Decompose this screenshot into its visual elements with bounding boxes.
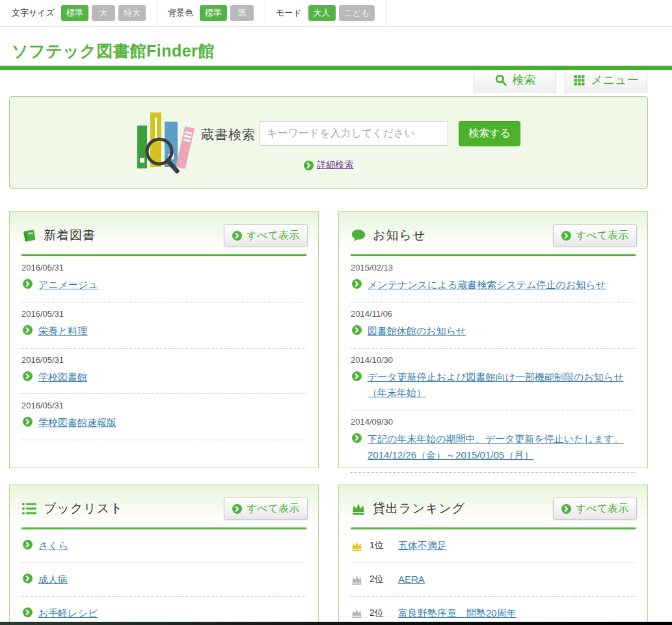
- crown-silver-icon: [351, 607, 363, 619]
- font-size-xlarge-button[interactable]: 特大: [118, 5, 146, 21]
- header-menu-tab-label: メニュー: [591, 72, 638, 88]
- item-link[interactable]: さくら: [38, 538, 68, 554]
- item-link[interactable]: 図書館休館のお知らせ: [368, 323, 466, 339]
- bg-color-normal-button[interactable]: 標準: [200, 5, 227, 21]
- toolbar-divider: [265, 0, 265, 27]
- booklist-panel: ブックリスト すべて表示 さくら 成人病 お手軽レシピ: [9, 485, 319, 625]
- item-date: 2015/02/13: [351, 263, 636, 273]
- arrow-circle-icon: [232, 504, 242, 514]
- header-search-tab[interactable]: 検索: [474, 66, 556, 93]
- list-item: 2016/05/31 栄養と料理: [21, 302, 306, 349]
- item-link[interactable]: メンテナンスによる蔵書検索システム停止のお知らせ: [368, 277, 606, 293]
- header-search-tab-label: 検索: [513, 72, 536, 88]
- catalog-search-label: 蔵書検索: [201, 126, 256, 144]
- list-item: さくら: [21, 529, 306, 563]
- catalog-search-submit-button[interactable]: 検索する: [459, 121, 520, 146]
- list-item: 2014/11/06 図書館休館のお知らせ: [351, 302, 636, 349]
- panel-title: お知らせ: [373, 227, 553, 244]
- list-item: 2016/05/31 アニメージュ: [21, 256, 306, 302]
- panel-title: 新着図書: [44, 227, 224, 244]
- item-link[interactable]: AERA: [398, 572, 425, 588]
- panel-title: ブックリスト: [44, 500, 224, 517]
- arrow-circle-icon: [23, 371, 33, 381]
- arrow-circle-icon: [23, 574, 33, 583]
- item-date: 2014/10/30: [351, 355, 636, 365]
- arrow-circle-icon: [561, 504, 571, 514]
- accessibility-toolbar: 文字サイズ 標準 大 特大 背景色 標準 黒 モード 大人 こども: [0, 0, 672, 27]
- page: 文字サイズ 標準 大 特大 背景色 標準 黒 モード 大人 こども ソフテック図…: [0, 0, 672, 625]
- list-item: 2015/02/13 メンテナンスによる蔵書検索システム停止のお知らせ: [351, 256, 636, 302]
- item-link[interactable]: 五体不満足: [398, 538, 447, 554]
- rank-label: 2位: [370, 607, 392, 619]
- arrow-circle-icon: [561, 231, 571, 241]
- bg-color-label: 背景色: [168, 7, 193, 19]
- item-link[interactable]: データ更新停止および図書館向け一部機能制限のお知らせ（年末年始）: [368, 369, 636, 402]
- search-icon: [494, 73, 507, 86]
- rank-label: 2位: [370, 574, 392, 585]
- list-item: 成人病: [21, 563, 306, 597]
- ranking-row: 1位 五体不満足: [351, 529, 636, 563]
- list-icon: [21, 501, 37, 516]
- catalog-search-section: 蔵書検索 検索する 詳細検索: [9, 96, 648, 189]
- item-date: 2016/05/31: [21, 355, 306, 365]
- font-size-normal-button[interactable]: 標準: [61, 5, 88, 21]
- item-date: 2016/05/31: [21, 309, 306, 319]
- arrow-circle-icon: [23, 279, 33, 289]
- mode-kids-button[interactable]: こども: [339, 5, 375, 21]
- arrow-circle-icon: [352, 433, 362, 443]
- arrow-circle-icon: [23, 540, 33, 550]
- item-link[interactable]: 栄養と料理: [38, 323, 87, 339]
- header-accent-bar: [0, 66, 672, 70]
- grid-menu-icon: [573, 74, 585, 86]
- new-books-panel: 新着図書 すべて表示 2016/05/31 アニメージュ 2016/05/31 …: [9, 211, 319, 468]
- booklist-show-all-button[interactable]: すべて表示: [224, 498, 308, 520]
- new-books-show-all-button[interactable]: すべて表示: [224, 224, 308, 246]
- arrow-circle-icon: [23, 607, 33, 617]
- item-date: 2016/05/31: [21, 401, 306, 410]
- site-title: ソフテック図書館Finder館: [12, 40, 215, 62]
- book-icon: [21, 228, 37, 243]
- item-date: 2016/05/31: [21, 263, 306, 273]
- arrow-circle-icon: [23, 325, 33, 335]
- toolbar-divider: [157, 0, 157, 27]
- ranking-show-all-button[interactable]: すべて表示: [553, 498, 637, 520]
- item-link[interactable]: 富良野塾序章 開塾20周年: [398, 605, 517, 622]
- font-size-label: 文字サイズ: [12, 7, 55, 19]
- arrow-circle-icon: [23, 417, 33, 427]
- item-date: 2014/11/06: [351, 309, 636, 319]
- catalog-search-input[interactable]: [260, 121, 448, 146]
- item-date: 2014/09/30: [351, 417, 636, 427]
- list-item: 2016/05/31 学校図書館速報版: [21, 394, 306, 440]
- list-item: 2016/05/31 学校図書館: [21, 349, 306, 395]
- crown-icon: [351, 501, 366, 516]
- mode-label: モード: [276, 7, 302, 19]
- toolbar-divider: [386, 0, 386, 27]
- header-menu-tab[interactable]: メニュー: [565, 66, 647, 93]
- font-size-large-button[interactable]: 大: [92, 5, 115, 21]
- speech-bubble-icon: [351, 228, 366, 243]
- ranking-panel: 貸出ランキング すべて表示 1位 五体不満足: [338, 485, 648, 625]
- item-link[interactable]: 学校図書館: [38, 369, 87, 386]
- rank-label: 1位: [370, 540, 392, 552]
- list-item: 2014/10/30 データ更新停止および図書館向け一部機能制限のお知らせ（年末…: [351, 349, 636, 411]
- ranking-row: 2位 AERA: [351, 563, 636, 597]
- arrow-circle-icon: [352, 325, 362, 335]
- mode-adult-button[interactable]: 大人: [308, 5, 336, 21]
- bg-color-black-button[interactable]: 黒: [230, 5, 254, 21]
- screen-bottom-edge: [0, 622, 672, 625]
- arrow-circle-icon: [352, 371, 362, 381]
- arrow-circle-icon: [304, 161, 314, 170]
- list-item: 2014/09/30 下記の年末年始の期間中、データ更新を停止いたします。201…: [351, 410, 636, 473]
- news-show-all-button[interactable]: すべて表示: [553, 224, 637, 246]
- item-link[interactable]: お手軽レシピ: [38, 605, 98, 622]
- list-item: お手軽レシピ: [21, 597, 306, 625]
- item-link[interactable]: 学校図書館速報版: [38, 415, 116, 431]
- site-header: ソフテック図書館Finder館 検索 メニュー: [0, 27, 672, 70]
- crown-silver-icon: [351, 574, 363, 586]
- advanced-search-link[interactable]: 詳細検索: [317, 159, 354, 171]
- item-link[interactable]: 成人病: [38, 572, 68, 588]
- crown-gold-icon: [351, 540, 363, 552]
- item-link[interactable]: 下記の年末年始の期間中、データ更新を停止いたします。2014/12/26（金）～…: [368, 431, 636, 464]
- arrow-circle-icon: [352, 279, 362, 289]
- item-link[interactable]: アニメージュ: [38, 277, 98, 293]
